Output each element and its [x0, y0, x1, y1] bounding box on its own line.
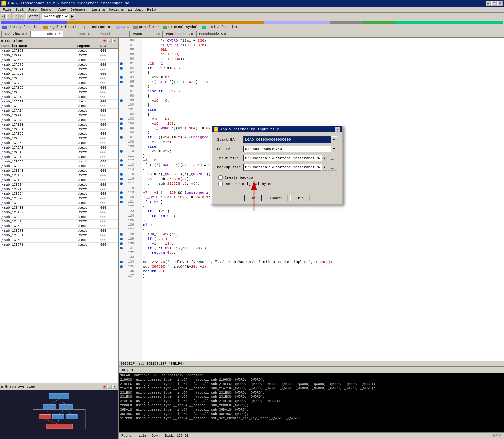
- function-row[interactable]: ƒsub_1CA724.text000: [0, 81, 118, 86]
- code-line[interactable]: a1 + 1000);: [143, 57, 503, 61]
- function-row[interactable]: ƒsub_1CA9DC.text000: [0, 104, 118, 109]
- tab-pseudocode-e[interactable]: Pseudocode-E ×: [97, 31, 129, 37]
- panel-restore-btn[interactable]: □: [107, 39, 112, 43]
- toolbar-btn-4[interactable]: ⟳: [19, 13, 24, 20]
- code-line[interactable]: else: [143, 107, 503, 112]
- menu-item-file[interactable]: File: [1, 7, 13, 12]
- panel-pin-btn[interactable]: 📌: [102, 39, 107, 43]
- function-row[interactable]: ƒsub_1CB5E8.text000: [0, 224, 118, 229]
- dialog-close-btn[interactable]: ✕: [335, 127, 340, 132]
- tab-ida-view-a[interactable]: IDA View-A ×: [1, 31, 30, 37]
- backup-file-dropdown[interactable]: ▼: [321, 164, 327, 171]
- code-line[interactable]: a1 + 688,: [143, 52, 503, 57]
- code-line[interactable]: if ( !v1 ): [143, 209, 503, 214]
- tab-pseudocode-c[interactable]: Pseudocode-C ×: [163, 31, 196, 37]
- function-row[interactable]: ƒsub_1CA504.text000: [0, 58, 118, 63]
- tab-pseudocode-c-close[interactable]: ×: [191, 33, 193, 36]
- code-line[interactable]: }: [143, 84, 503, 89]
- code-line[interactable]: v19 = 0;: [143, 98, 503, 103]
- debugger-select[interactable]: No debugger: [42, 14, 69, 19]
- function-row[interactable]: ƒsub_1CA65C.text000: [0, 76, 118, 81]
- tab-pseudocode-e-close[interactable]: ×: [125, 33, 126, 36]
- function-row[interactable]: ƒsub_1CB214.text000: [0, 183, 118, 187]
- function-row[interactable]: ƒsub_1CA4A8.text000: [0, 53, 118, 58]
- panel-close-btn[interactable]: ✕: [112, 39, 117, 43]
- maximize-btn[interactable]: □: [491, 1, 497, 6]
- function-row[interactable]: ƒsub_1CAC38.text000: [0, 136, 118, 141]
- menu-item-edit[interactable]: Edit: [13, 7, 26, 12]
- cancel-button[interactable]: Cancel: [265, 195, 288, 201]
- toolbar-btn-3[interactable]: ⟲: [14, 13, 19, 20]
- graph-panel-restore[interactable]: □: [107, 385, 112, 389]
- code-line[interactable]: {: [143, 112, 503, 117]
- toolbar-btn-1[interactable]: ◁: [1, 13, 6, 20]
- function-row[interactable]: ƒsub_1CADA0.text000: [0, 146, 118, 150]
- menu-item-help[interactable]: Help: [145, 7, 158, 12]
- functions-list[interactable]: ƒsub_1CA3D8.text000ƒsub_1CA4A8.text000ƒs…: [0, 49, 118, 383]
- tab-ida-view-a-close[interactable]: ×: [25, 33, 27, 36]
- backup-file-input[interactable]: [243, 164, 321, 171]
- graph-panel-close[interactable]: ✕: [112, 385, 117, 389]
- code-line[interactable]: sub_39460C((__int64)&v20, v1);: [143, 264, 503, 269]
- function-row[interactable]: ƒsub_1CA91C.text000: [0, 95, 118, 100]
- function-row[interactable]: ƒsub_1CAB9C.text000: [0, 132, 118, 136]
- code-line[interactable]: sub_36E45C(a1);: [143, 232, 503, 237]
- code-line[interactable]: if ( *(_BYTE *)(a1 + 600) ): [143, 246, 503, 250]
- graph-panel-pin[interactable]: 📌: [102, 385, 107, 389]
- minimize-btn[interactable]: ─: [486, 1, 491, 6]
- restore-original-checkbox[interactable]: [218, 182, 223, 186]
- menu-item-view[interactable]: View: [56, 7, 68, 12]
- function-row[interactable]: ƒsub_1CB140.text000: [0, 169, 118, 173]
- start-ea-input[interactable]: [243, 136, 331, 143]
- function-row[interactable]: ƒsub_1CB24C.text000: [0, 187, 118, 192]
- tab-pseudocode-d-close[interactable]: ×: [92, 33, 93, 36]
- function-row[interactable]: ƒsub_1CA5A4.text000: [0, 67, 118, 72]
- run-btn[interactable]: ▶: [70, 13, 75, 20]
- function-row[interactable]: ƒsub_1CB6A8.text000: [0, 238, 118, 243]
- tab-pseudocode-b-close[interactable]: ×: [158, 33, 160, 36]
- code-line[interactable]: {: [143, 227, 503, 232]
- function-row[interactable]: ƒsub_1CAE4C.text000: [0, 150, 118, 155]
- start-ea-dropdown[interactable]: ▼: [331, 136, 337, 143]
- end-ea-input[interactable]: [243, 146, 331, 152]
- menu-item-lumina[interactable]: Lumina: [90, 7, 107, 12]
- close-btn[interactable]: ✕: [497, 1, 503, 6]
- function-row[interactable]: ƒsub_1CB400.text000: [0, 206, 118, 210]
- function-row[interactable]: ƒsub_1CB398.text000: [0, 201, 118, 206]
- code-line[interactable]: {: [143, 71, 503, 75]
- code-line[interactable]: }: [143, 255, 503, 260]
- function-row[interactable]: ƒsub_1CA57C.text000: [0, 63, 118, 67]
- help-button[interactable]: Help: [290, 195, 310, 201]
- tab-pseudocode-b[interactable]: Pseudocode-B ×: [130, 31, 163, 37]
- code-line[interactable]: return 0LL;: [143, 269, 503, 274]
- menu-item-windows[interactable]: Windows: [126, 7, 145, 12]
- code-line[interactable]: 0LL,: [143, 47, 503, 52]
- function-row[interactable]: ƒsub_1CA5D8.text000: [0, 72, 118, 76]
- toolbar-search[interactable]: Search: [26, 13, 40, 20]
- code-line[interactable]: }: [143, 103, 503, 107]
- function-row[interactable]: ƒsub_1CB4CC.text000: [0, 215, 118, 220]
- code-line[interactable]: sub_27AF70("HandleVerifyResult", "../../…: [143, 260, 503, 264]
- function-row[interactable]: ƒsub_1CB6F8.text000: [0, 243, 118, 247]
- code-line[interactable]: v18 = 0;: [143, 117, 503, 121]
- function-row[interactable]: ƒsub_1CB670.text000: [0, 229, 118, 233]
- function-row[interactable]: ƒsub_1CA97B.text000: [0, 100, 118, 104]
- end-ea-dropdown[interactable]: ▼: [331, 146, 337, 152]
- tab-pseudocode-a[interactable]: Pseudocode-A ×: [196, 31, 229, 37]
- code-line[interactable]: else if ( v17 ): [143, 89, 503, 94]
- function-row[interactable]: ƒsub_1CAFE8.text000: [0, 160, 118, 164]
- input-file-browse[interactable]: ...: [328, 155, 337, 161]
- function-row[interactable]: ƒsub_1CB038.text000: [0, 164, 118, 169]
- input-file-input[interactable]: [243, 155, 321, 161]
- function-row[interactable]: ƒsub_1CA3D8.text000: [0, 49, 118, 53]
- tab-pseudocode-f-close[interactable]: ×: [58, 32, 60, 36]
- code-line[interactable]: v1 = -184;: [143, 241, 503, 246]
- function-row[interactable]: ƒsub_1CAB84.text000: [0, 127, 118, 132]
- code-line[interactable]: v18 = 1;: [143, 61, 503, 66]
- function-row[interactable]: ƒsub_1CB320.text000: [0, 196, 118, 201]
- code-line[interactable]: return 0LL;: [143, 214, 503, 218]
- backup-file-browse[interactable]: ...: [328, 164, 337, 171]
- function-row[interactable]: ƒsub_1CAB10.text000: [0, 123, 118, 127]
- code-line[interactable]: else: [143, 223, 503, 227]
- code-line[interactable]: *(_QWORD *)(a1 + 376),: [143, 43, 503, 47]
